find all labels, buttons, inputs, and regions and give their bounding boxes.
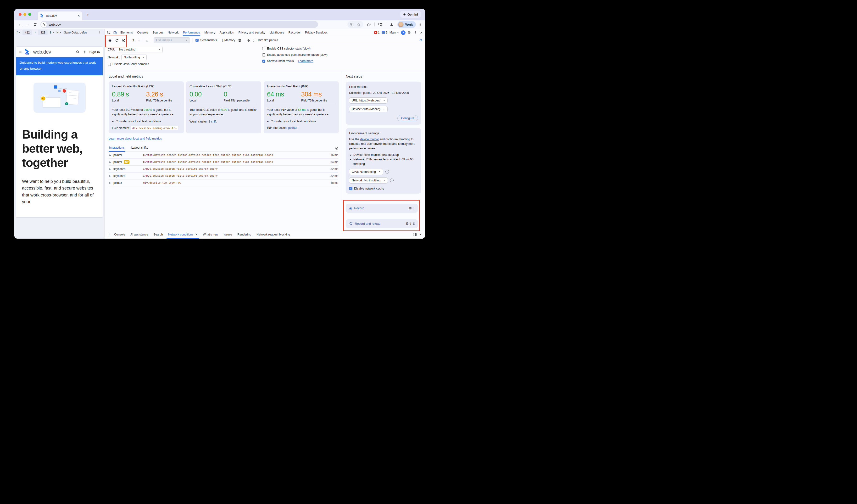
drawer-tab-whats-new[interactable]: What's new	[200, 230, 221, 239]
context-select[interactable]: Main▼	[389, 31, 399, 34]
tab-privacy-security[interactable]: Privacy and security	[236, 29, 268, 36]
expander-arrow-icon[interactable]: ▶	[108, 168, 112, 170]
disable-network-cache-checkbox[interactable]: ✓Disable network cache	[349, 187, 418, 190]
device-toolbar-toggle[interactable]	[112, 30, 118, 36]
configure-button[interactable]: Configure	[398, 115, 418, 121]
minimize-window-button[interactable]	[23, 13, 26, 16]
env-network-select[interactable]: Network: No throttling▼	[349, 177, 388, 184]
device-width-input[interactable]: 412	[22, 30, 32, 35]
search-icon[interactable]	[76, 50, 80, 54]
device-toolbar-link[interactable]: device toolbar	[360, 138, 379, 141]
drawer-tab-issues[interactable]: Issues	[221, 230, 235, 239]
clear-button[interactable]	[122, 39, 125, 42]
tab-lighthouse[interactable]: Lighthouse	[267, 29, 286, 36]
cpu-throttling-select[interactable]: No throttling▼	[117, 47, 163, 52]
back-button[interactable]: ←	[17, 21, 24, 28]
interaction-row[interactable]: ▶ keyboard input.devsite-search-field.de…	[108, 172, 338, 180]
settings-gear-icon[interactable]: ⚙	[408, 30, 411, 35]
clear-interactions-button[interactable]	[335, 147, 338, 150]
drawer-tab-network-request-blocking[interactable]: Network request blocking	[254, 230, 292, 239]
capture-settings-gear-icon[interactable]: ⚙	[419, 38, 422, 43]
profile-button[interactable]: Work	[398, 21, 416, 28]
env-cpu-select[interactable]: CPU: No throttling▼	[349, 169, 383, 175]
devtools-menu-button[interactable]: ⋮	[413, 30, 418, 35]
network-throttling-select[interactable]: No throttling▼	[121, 54, 147, 60]
drawer-tab-rendering[interactable]: Rendering	[235, 230, 254, 239]
tab-memory[interactable]: Memory	[202, 29, 217, 36]
worst-cluster-link[interactable]: 1 shift	[208, 120, 217, 123]
issues-badge[interactable]: 2	[382, 31, 387, 34]
tab-sources[interactable]: Sources	[150, 29, 166, 36]
downloads-button[interactable]	[388, 21, 395, 28]
record-button[interactable]: ◉	[108, 38, 112, 43]
drawer-tab-ai-assistance[interactable]: AI assistance	[128, 230, 151, 239]
drawer-tab-network-conditions[interactable]: Network conditions✕	[166, 230, 200, 239]
garbage-collect-button[interactable]	[238, 38, 241, 42]
forward-button[interactable]: →	[24, 21, 31, 28]
gemini-button[interactable]: ✦ Gemini	[400, 11, 421, 18]
tab-privacy-sandbox[interactable]: Privacy Sandbox	[303, 29, 330, 36]
record-reload-action-button[interactable]: Record and reload ⌘ ⇧ E	[346, 219, 418, 228]
dock-panel-icon[interactable]	[413, 233, 417, 236]
learn-more-metrics-link[interactable]: Learn more about local and field metrics	[108, 137, 162, 140]
record-action-button[interactable]: ◉ Record ⌘ E	[346, 204, 418, 213]
inspect-element-button[interactable]	[106, 30, 112, 36]
tab-application[interactable]: Application	[217, 29, 236, 36]
drawer-close-button[interactable]: ✕	[419, 233, 422, 236]
sign-in-button[interactable]: Sign in	[89, 50, 100, 54]
tab-elements[interactable]: Elements	[118, 29, 135, 36]
expander-arrow-icon[interactable]: ▶	[108, 154, 112, 156]
zoom-select[interactable]: 8▼	[50, 31, 54, 34]
collapse-button[interactable]	[247, 38, 251, 42]
tab-network[interactable]: Network	[166, 29, 181, 36]
tab-interactions[interactable]: Interactions	[108, 146, 125, 151]
interaction-row[interactable]: ▶ pointer div.devsite-top-logo-row 48 ms	[108, 180, 338, 186]
device-select[interactable]: [▼	[17, 31, 20, 34]
error-badge[interactable]: ✕1	[374, 31, 380, 34]
device-height-input[interactable]: 823	[38, 30, 48, 35]
custom-tracks-checkbox[interactable]: ✓Show custom tracks Learn more	[262, 60, 327, 63]
expander-arrow-icon[interactable]: ▶	[108, 175, 112, 177]
throttling-select[interactable]: N▼	[56, 31, 62, 34]
memory-checkbox[interactable]: Memory	[220, 38, 235, 42]
expander-arrow-icon[interactable]: ▶	[108, 161, 112, 163]
ai-device-button[interactable]: ✦	[401, 30, 405, 35]
install-app-button[interactable]	[348, 21, 355, 28]
inp-consider-expander[interactable]: ▶Consider your local test conditions	[267, 120, 335, 123]
record-reload-button[interactable]	[115, 38, 119, 42]
custom-tracks-learn-more-link[interactable]: Learn more	[298, 60, 313, 63]
tab-layout-shifts[interactable]: Layout shifts	[131, 146, 149, 151]
css-selector-stats-checkbox[interactable]: Enable CSS selector stats (slow)	[262, 47, 327, 50]
drawer-tab-search[interactable]: Search	[151, 230, 166, 239]
address-bar[interactable]: web.dev	[40, 21, 318, 28]
expander-arrow-icon[interactable]: ▶	[108, 182, 112, 184]
tab-close-icon[interactable]: ✕	[78, 14, 80, 17]
site-settings-button[interactable]	[41, 22, 47, 27]
home-button[interactable]: ⌂	[146, 38, 148, 43]
interaction-row[interactable]: ▶ pointer button.devsite-search-button.d…	[108, 152, 338, 159]
extensions-button[interactable]	[365, 21, 372, 28]
tab-console[interactable]: Console	[135, 29, 150, 36]
paint-instrumentation-checkbox[interactable]: Enable advanced paint instrumentation (s…	[262, 53, 327, 56]
disable-js-samples-checkbox[interactable]: Disable JavaScript samples	[108, 63, 149, 66]
field-device-select[interactable]: Device: Auto (Mobile)▼	[349, 106, 388, 112]
device-toolbar-menu[interactable]: ⋮	[97, 30, 102, 35]
tab-performance[interactable]: Performance	[181, 29, 202, 36]
new-tab-button[interactable]: +	[84, 11, 91, 18]
reload-button[interactable]	[32, 21, 38, 28]
maximize-window-button[interactable]	[28, 13, 31, 16]
browser-menu-button[interactable]: ⋮	[418, 22, 423, 27]
bookmark-button[interactable]: ☆	[355, 21, 362, 28]
field-url-select[interactable]: URL: https://web.dev/▼	[349, 97, 388, 104]
screenshots-checkbox[interactable]: ✓Screenshots	[196, 38, 217, 42]
browser-tab[interactable]: web.dev ✕	[38, 12, 82, 20]
close-window-button[interactable]	[19, 13, 21, 16]
tab-search-button[interactable]	[377, 21, 384, 28]
dim-3rd-parties-checkbox[interactable]: Dim 3rd parties	[253, 38, 278, 42]
theme-toggle-icon[interactable]: ☀	[83, 50, 86, 54]
interaction-row[interactable]: ▶ pointerINP button.devsite-search-butto…	[108, 159, 338, 166]
interaction-row[interactable]: ▶ keyboard input.devsite-search-field.de…	[108, 166, 338, 172]
hamburger-menu-icon[interactable]: ≡	[19, 50, 22, 54]
load-profile-button[interactable]: ↥	[132, 38, 135, 43]
drawer-menu-button[interactable]: ⋮	[107, 232, 112, 237]
